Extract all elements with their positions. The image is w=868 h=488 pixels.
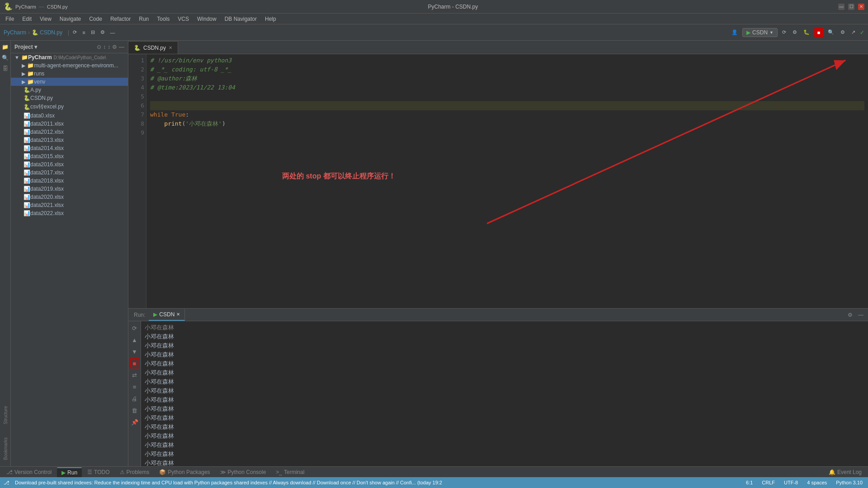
run-restart-button[interactable]: ⟳	[130, 323, 140, 333]
run-stop-button[interactable]: ■	[130, 358, 140, 368]
titlebar: 🐍 PyCharm — CSDN.py PyCharm - CSDN.py — …	[0, 0, 868, 14]
activity-bookmarks-icon[interactable]: Bookmarks	[1, 433, 10, 465]
user-icon[interactable]: 👤	[730, 28, 740, 36]
fp-expand-icon[interactable]: ↕	[103, 44, 106, 50]
run-trash-button[interactable]: 🗑	[130, 405, 140, 415]
tree-item-data2020[interactable]: 📊 data2020.xlsx	[11, 193, 128, 201]
tree-item-data2012[interactable]: 📊 data2012.xlsx	[11, 128, 128, 136]
status-message[interactable]: Download pre-built shared indexes: Reduc…	[13, 480, 741, 485]
run-panel-minimize-icon[interactable]: —	[855, 312, 866, 318]
run-output[interactable]: 小邓在森林 小邓在森林 小邓在森林 小邓在森林 小邓在森林 小邓在森林 小邓在森…	[141, 321, 868, 466]
maximize-button[interactable]: ☐	[848, 4, 854, 10]
menu-navigate[interactable]: Navigate	[56, 15, 85, 23]
tab-version-control[interactable]: ⎇ Version Control	[2, 467, 56, 477]
run-tab-csdn[interactable]: ▶ CSDN ✕	[149, 309, 185, 321]
tree-item-venv[interactable]: ▶ 📁 venv	[11, 78, 128, 86]
editor-area: 🐍 CSDN.py ✕ 1 2 3 4 5 6 7 8 9	[128, 41, 868, 308]
menu-code[interactable]: Code	[85, 15, 106, 23]
activity-search-icon[interactable]: 🔍	[1, 53, 10, 62]
toolbar-search-icon[interactable]: 🔍	[826, 28, 836, 36]
python-version[interactable]: Python 3.10	[834, 480, 864, 485]
activity-project-icon[interactable]: 📁	[1, 42, 10, 52]
tab-label: CSDN.py	[143, 45, 166, 51]
fp-collapse-icon[interactable]: ↕	[108, 44, 110, 50]
toolbar-sync-icon[interactable]: ⟳	[71, 28, 79, 36]
fp-minimize-icon[interactable]: —	[119, 44, 124, 50]
run-pin-button[interactable]: ⇄	[130, 370, 140, 380]
tab-version-control-label: Version Control	[14, 469, 52, 475]
run-panel-settings-icon[interactable]: ⚙	[845, 312, 855, 318]
tree-item-data2021[interactable]: 📊 data2021.xlsx	[11, 201, 128, 209]
run-print-button[interactable]: 🖨	[130, 394, 140, 404]
toolbar-debug-icon[interactable]: 🐛	[802, 28, 811, 36]
indent-setting[interactable]: 4 spaces	[805, 480, 829, 485]
tab-terminal-label: Terminal	[284, 469, 304, 475]
line-ending[interactable]: CRLF	[760, 480, 777, 485]
tree-item-csdnpy[interactable]: 🐍 CSDN.py	[11, 94, 128, 102]
menu-run[interactable]: Run	[135, 15, 152, 23]
code-editor[interactable]: 1 2 3 4 5 6 7 8 9 # !/usr/bin/env python…	[128, 54, 868, 308]
output-line-13: 小邓在森林	[145, 441, 864, 450]
run-up-button[interactable]: ▲	[130, 335, 140, 345]
tab-close-icon[interactable]: ✕	[169, 45, 172, 50]
tree-item-runs[interactable]: ▶ 📁 runs	[11, 70, 128, 78]
menu-window[interactable]: Window	[193, 15, 220, 23]
menu-vcs[interactable]: VCS	[174, 15, 193, 23]
editor-tab-csdn[interactable]: 🐍 CSDN.py ✕	[128, 41, 178, 54]
code-content[interactable]: # !/usr/bin/env python3 # _*_ coding: ut…	[146, 54, 868, 308]
toolbar-settings-icon[interactable]: ⚙	[99, 28, 107, 36]
file-encoding[interactable]: UTF-8	[782, 480, 800, 485]
tab-python-packages[interactable]: 📦 Python Packages	[155, 467, 214, 477]
tree-item-data2018[interactable]: 📊 data2018.xlsx	[11, 177, 128, 185]
menu-help[interactable]: Help	[261, 15, 280, 23]
run-config-selector[interactable]: ▶ CSDN ▼	[742, 28, 778, 37]
window-controls[interactable]: — ☐ ✕	[838, 4, 864, 10]
menu-file[interactable]: File	[2, 15, 18, 23]
tab-event-log[interactable]: 🔔 Event Log	[824, 467, 866, 477]
menu-db-navigator[interactable]: DB Navigator	[221, 15, 260, 23]
tab-python-console[interactable]: ≫ Python Console	[216, 467, 271, 477]
toolbar-sync2-icon[interactable]: ⟳	[780, 28, 788, 36]
tree-item-data2019[interactable]: 📊 data2019.xlsx	[11, 185, 128, 193]
close-button[interactable]: ✕	[858, 4, 864, 10]
tab-terminal[interactable]: >_ Terminal	[271, 467, 309, 477]
tree-item-data2015[interactable]: 📊 data2015.xlsx	[11, 152, 128, 160]
run-pin2-button[interactable]: 📌	[130, 417, 140, 427]
activity-db-icon[interactable]: 🗄	[1, 64, 10, 73]
cursor-position[interactable]: 6:1	[744, 480, 755, 485]
stop-button-toolbar[interactable]: ■	[814, 28, 823, 37]
tree-item-pycharm[interactable]: ▼ 📁 PyCharm D:\MyCode\Python_Code\	[11, 53, 128, 61]
tab-run[interactable]: ▶ Run	[57, 467, 82, 477]
run-tab-close-icon[interactable]: ✕	[176, 312, 180, 317]
toolbar-filter-icon[interactable]: ⊟	[89, 28, 97, 36]
run-down-button[interactable]: ▼	[130, 347, 140, 357]
toolbar-settings2-icon[interactable]: ⚙	[791, 28, 799, 36]
menu-tools[interactable]: Tools	[153, 15, 173, 23]
menu-view[interactable]: View	[36, 15, 55, 23]
tree-item-data0[interactable]: 📊 data0.xlsx	[11, 112, 128, 120]
toolbar-share-icon[interactable]: ↗	[849, 28, 857, 36]
tree-item-data2017[interactable]: 📊 data2017.xlsx	[11, 169, 128, 177]
tree-item-data2011[interactable]: 📊 data2011.xlsx	[11, 120, 128, 128]
output-line-7: 小邓在森林	[145, 386, 864, 395]
fp-settings-icon[interactable]: ⚙	[112, 44, 117, 50]
tree-item-csv2excel[interactable]: 🐍 csv转excel.py	[11, 102, 128, 112]
activity-structure-icon[interactable]: Structure	[1, 399, 10, 431]
tree-item-data2022[interactable]: 📊 data2022.xlsx	[11, 209, 128, 217]
menu-edit[interactable]: Edit	[19, 15, 35, 23]
toolbar-minus-icon[interactable]: —	[108, 29, 117, 36]
tab-todo[interactable]: ☰ TODO	[83, 467, 114, 477]
toolbar-hierarchy-icon[interactable]: ≡	[80, 29, 87, 36]
tree-item-data2014[interactable]: 📊 data2014.xlsx	[11, 144, 128, 152]
tree-item-apy[interactable]: 🐍 A.py	[11, 86, 128, 94]
tree-item-data2016[interactable]: 📊 data2016.xlsx	[11, 160, 128, 169]
run-softref-button[interactable]: ≡	[130, 382, 140, 392]
fp-locate-icon[interactable]: ⊙	[97, 44, 101, 50]
tree-item-data2013[interactable]: 📊 data2013.xlsx	[11, 136, 128, 144]
minimize-button[interactable]: —	[838, 4, 844, 10]
toolbar-settings3-icon[interactable]: ⚙	[839, 28, 847, 36]
tree-item-multi-agent[interactable]: ▶ 📁 multi-agent-emergence-environm...	[11, 61, 128, 70]
tab-problems[interactable]: ⚠ Problems	[115, 467, 154, 477]
menu-refactor[interactable]: Refactor	[107, 15, 134, 23]
status-bar: ⎇ Download pre-built shared indexes: Red…	[0, 477, 868, 488]
